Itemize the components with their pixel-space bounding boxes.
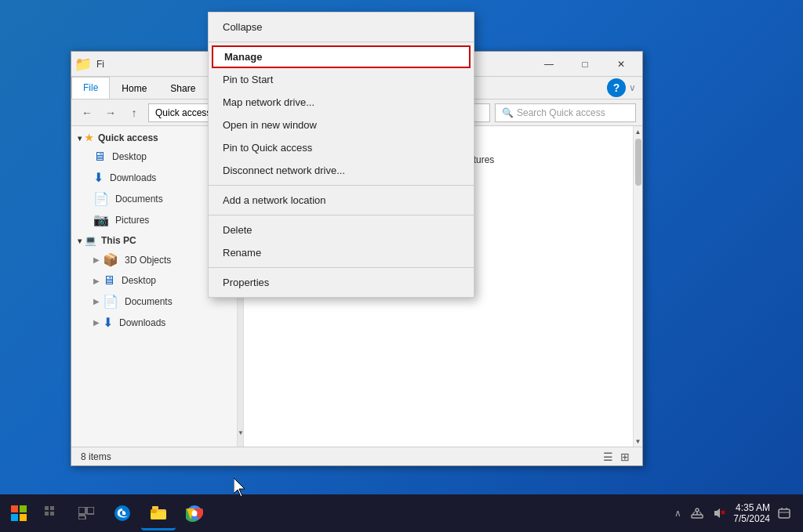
ctx-add-network-location[interactable]: Add a network location — [209, 189, 474, 212]
sidebar-item-label: Documents — [125, 296, 173, 307]
svg-rect-26 — [151, 509, 157, 513]
details-view-button[interactable]: ☰ — [600, 449, 616, 465]
desktop-icon: 🖥 — [93, 150, 106, 164]
taskbar: ∧ 4:35 AM — [0, 494, 803, 532]
help-button[interactable]: ? — [607, 78, 626, 97]
documents-icon: 📄 — [93, 191, 109, 206]
quick-access-label: Quick access — [98, 132, 158, 143]
svg-rect-17 — [50, 506, 54, 510]
search-taskbar-button[interactable] — [38, 499, 66, 527]
start-button[interactable] — [0, 494, 38, 532]
chevron-down-icon-pc: ▾ — [78, 237, 82, 245]
forward-button[interactable]: → — [101, 103, 120, 122]
search-placeholder: Search Quick access — [517, 107, 605, 118]
svg-rect-27 — [152, 506, 158, 509]
ctx-divider-4 — [209, 267, 474, 268]
sidebar-item-label: Desktop — [122, 275, 156, 286]
svg-rect-16 — [45, 506, 49, 510]
clock[interactable]: 4:35 AM 7/5/2024 — [733, 502, 770, 524]
sidebar-item-label: Downloads — [110, 172, 156, 183]
file-explorer-taskbar-icon[interactable] — [141, 496, 176, 530]
file-scrollbar[interactable]: ▲ ▼ — [633, 126, 642, 447]
this-pc-label: This PC — [101, 235, 136, 246]
scrollbar-thumb[interactable] — [635, 139, 641, 186]
tray-expand-button[interactable]: ∧ — [670, 506, 685, 520]
svg-rect-39 — [779, 509, 790, 518]
sidebar-item-label: 3D Objects — [125, 255, 171, 266]
ctx-open-new-window[interactable]: Open in new window — [209, 114, 474, 136]
svg-rect-20 — [78, 507, 85, 514]
sidebar-item-label: Documents — [115, 194, 163, 204]
maximize-button[interactable]: □ — [567, 52, 603, 77]
ctx-rename[interactable]: Rename — [209, 241, 474, 264]
ctx-divider-3 — [209, 215, 474, 215]
computer-icon: 💻 — [85, 235, 96, 246]
up-button[interactable]: ↑ — [125, 103, 144, 122]
ctx-manage[interactable]: Manage — [212, 45, 471, 68]
network-icon[interactable] — [689, 505, 705, 521]
svg-point-30 — [192, 511, 198, 516]
view-toggle: ☰ ⊞ — [600, 449, 633, 465]
ctx-divider-2 — [209, 185, 474, 186]
expand-arrow-icon: ▶ — [93, 277, 100, 285]
item-count: 8 items — [81, 451, 111, 462]
svg-rect-14 — [11, 514, 18, 521]
ctx-divider-1 — [209, 42, 474, 42]
back-button[interactable]: ← — [78, 103, 96, 122]
sidebar-item-label: Pictures — [115, 215, 149, 226]
volume-icon[interactable] — [710, 504, 729, 523]
edge-taskbar-icon[interactable] — [105, 496, 140, 530]
taskbar-icons — [66, 496, 212, 530]
tab-file[interactable]: File — [71, 77, 110, 99]
star-icon: ★ — [85, 132, 93, 143]
svg-rect-21 — [87, 507, 94, 514]
desktop: 📁 Fi — □ ✕ File Home Share Vi — [0, 0, 803, 532]
ctx-collapse[interactable]: Collapse — [209, 16, 474, 38]
svg-rect-19 — [50, 512, 54, 516]
status-bar: 8 items ☰ ⊞ — [71, 447, 642, 465]
expand-arrow-icon: ▶ — [93, 255, 100, 264]
chevron-down-icon: ▾ — [78, 134, 82, 143]
chrome-taskbar-icon[interactable] — [177, 496, 212, 530]
scrollbar-down-arrow[interactable]: ▼ — [238, 428, 244, 439]
ctx-disconnect-drive[interactable]: Disconnect network drive... — [209, 159, 474, 182]
tiles-view-button[interactable]: ⊞ — [617, 449, 633, 465]
desktop-pc-icon: 🖥 — [103, 273, 115, 288]
time-display: 4:35 AM — [733, 502, 770, 513]
ctx-map-drive[interactable]: Map network drive... — [209, 91, 474, 114]
scrollbar-up-arrow[interactable]: ▲ — [634, 126, 643, 137]
sidebar-item-label: Desktop — [112, 151, 147, 162]
ctx-properties[interactable]: Properties — [209, 271, 474, 294]
svg-rect-15 — [20, 514, 27, 521]
svg-point-33 — [696, 508, 699, 512]
date-display: 7/5/2024 — [733, 513, 770, 524]
3d-objects-icon: 📦 — [103, 252, 118, 267]
ctx-pin-start[interactable]: Pin to Start — [209, 68, 474, 91]
context-menu: Collapse Manage Pin to Start Map network… — [208, 12, 474, 298]
expand-arrow-icon: ▶ — [93, 297, 100, 306]
task-view-button[interactable] — [69, 496, 104, 530]
scrollbar-down-arrow[interactable]: ▼ — [634, 436, 643, 447]
download-icon: ⬇ — [93, 170, 104, 185]
search-box[interactable]: 🔍 Search Quick access — [495, 103, 636, 122]
sidebar-item-label: Downloads — [119, 317, 165, 328]
pictures-icon: 📷 — [93, 212, 109, 227]
downloads-icon: ⬇ — [103, 315, 113, 330]
minimize-button[interactable]: — — [531, 52, 567, 77]
expand-arrow-icon: ▶ — [93, 318, 100, 327]
tab-home[interactable]: Home — [110, 77, 158, 99]
svg-marker-36 — [714, 508, 720, 518]
sidebar-item-downloads-pc[interactable]: ▶ ⬇ Downloads — [71, 312, 243, 333]
svg-rect-18 — [45, 512, 49, 516]
ctx-pin-quick-access[interactable]: Pin to Quick access — [209, 136, 474, 159]
documents-pc-icon: 📄 — [103, 294, 118, 309]
svg-rect-22 — [78, 516, 85, 519]
ctx-delete[interactable]: Delete — [209, 219, 474, 241]
title-bar-controls: — □ ✕ — [531, 52, 639, 77]
close-button[interactable]: ✕ — [603, 52, 639, 77]
tab-share[interactable]: Share — [158, 77, 207, 99]
notification-button[interactable] — [775, 504, 794, 523]
search-icon: 🔍 — [502, 107, 514, 118]
svg-rect-13 — [20, 505, 27, 512]
ribbon-collapse-arrow[interactable]: ∨ — [629, 82, 636, 93]
